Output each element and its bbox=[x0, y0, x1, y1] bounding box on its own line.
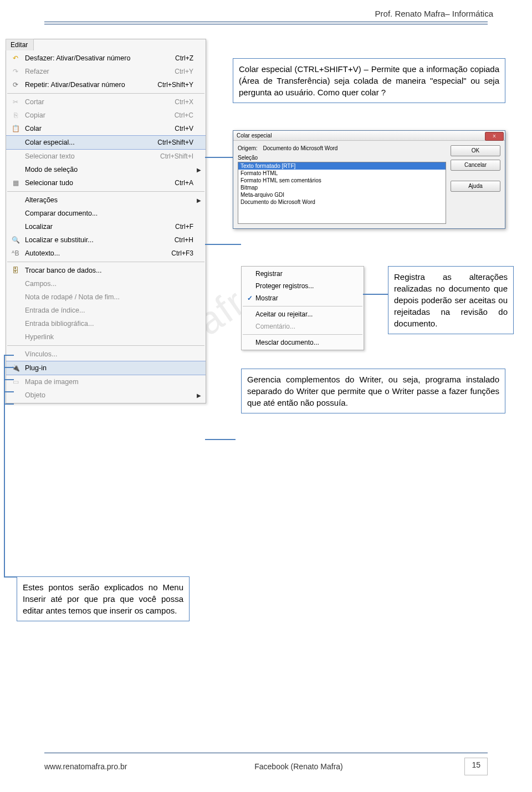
menu-label: Localizar e substituir... bbox=[22, 236, 138, 244]
menu-title[interactable]: Editar bbox=[6, 39, 34, 50]
menu-shortcut: Ctrl+X bbox=[138, 98, 196, 106]
menu-label: Selecionar texto bbox=[22, 152, 138, 160]
submenu-item[interactable]: Registrar bbox=[242, 268, 364, 280]
connector bbox=[4, 355, 5, 576]
menu-label: Colar bbox=[22, 125, 138, 132]
connector bbox=[4, 403, 14, 405]
menu-icon: ↷ bbox=[9, 67, 22, 76]
menu-icon: ✂ bbox=[9, 97, 22, 107]
menu-label: Localizar bbox=[22, 223, 138, 231]
menu-label: Entrada bibliográfica... bbox=[22, 320, 138, 328]
edit-menu-panel: Editar ↶Desfazer: Ativar/Desativar númer… bbox=[6, 39, 206, 403]
submenu-item[interactable]: Aceitar ou rejeitar... bbox=[242, 308, 364, 320]
menu-item[interactable]: Comparar documento... bbox=[6, 207, 206, 220]
submenu-separator bbox=[243, 306, 362, 306]
menu-item[interactable]: 🔍Localizar e substituir...Ctrl+H bbox=[6, 233, 206, 247]
menu-item[interactable]: ᴬBAutotexto...Ctrl+F3 bbox=[6, 247, 206, 260]
submenu-label: Mostrar bbox=[255, 294, 361, 302]
callout-plugin: Gerencia complementos do Writer, ou seja… bbox=[241, 369, 505, 413]
menu-shortcut: Ctrl+Shift+Y bbox=[138, 81, 196, 89]
menu-label: Cortar bbox=[22, 98, 138, 106]
footer-left: www.renatomafra.pro.br bbox=[44, 762, 254, 771]
dialog-option[interactable]: Texto formatado [RTF] bbox=[238, 162, 446, 170]
menu-shortcut: Ctrl+V bbox=[138, 125, 196, 132]
submenu-separator bbox=[243, 334, 362, 335]
menu-item[interactable]: ▦Selecionar tudoCtrl+A bbox=[6, 176, 206, 190]
menu-icon bbox=[9, 349, 22, 359]
menu-item: Entrada de índice... bbox=[6, 304, 206, 317]
menu-label: Nota de rodapé / Nota de fim... bbox=[22, 293, 138, 301]
menu-shortcut: Ctrl+H bbox=[138, 236, 196, 244]
menu-item[interactable]: 📋ColarCtrl+V bbox=[6, 122, 206, 135]
menu-icon bbox=[9, 319, 22, 329]
connector bbox=[4, 367, 14, 368]
menu-item[interactable]: 🔌Plug-in bbox=[6, 361, 206, 375]
menu-label: Hyperlink bbox=[22, 333, 138, 341]
connector bbox=[4, 576, 17, 578]
menu-label: Desfazer: Ativar/Desativar número bbox=[22, 54, 138, 62]
menu-separator bbox=[7, 345, 204, 346]
menu-item[interactable]: Modo de seleção▶ bbox=[6, 163, 206, 176]
menu-label: Modo de seleção bbox=[22, 166, 138, 173]
dialog-origin-label: Origem: bbox=[238, 145, 258, 151]
dialog-option[interactable]: Meta-arquivo GDI bbox=[238, 191, 446, 198]
menu-item[interactable]: ⟳Repetir: Ativar/Desativar númeroCtrl+Sh… bbox=[6, 78, 206, 91]
callout-inserir: Estes pontos serão explicados no Menu In… bbox=[17, 576, 190, 621]
menu-shortcut: Ctrl+Z bbox=[138, 54, 196, 62]
menu-separator bbox=[7, 191, 204, 192]
menu-label: Mapa de imagem bbox=[22, 378, 138, 386]
menu-item[interactable]: LocalizarCtrl+F bbox=[6, 220, 206, 233]
menu-label: Copiar bbox=[22, 111, 138, 119]
menu-item: Campos... bbox=[6, 277, 206, 290]
dialog-listbox[interactable]: Texto formatado [RTF]Formato HTMLFormato… bbox=[238, 162, 446, 224]
dialog-colar-especial: Colar especial X Origem: Documento do Mi… bbox=[233, 130, 505, 229]
menu-label: Comparar documento... bbox=[22, 210, 138, 217]
menu-separator bbox=[7, 93, 204, 94]
submenu-label: Aceitar ou rejeitar... bbox=[255, 310, 361, 318]
menu-label: Alterações bbox=[22, 196, 138, 204]
menu-label: Selecionar tudo bbox=[22, 179, 138, 187]
menu-icon: ▭ bbox=[9, 377, 22, 387]
menu-label: Repetir: Ativar/Desativar número bbox=[22, 81, 138, 89]
menu-label: Autotexto... bbox=[22, 249, 138, 257]
menu-icon bbox=[9, 292, 22, 302]
dialog-option[interactable]: Formato HTML sem comentários bbox=[238, 177, 446, 184]
menu-icon: 🔍 bbox=[9, 235, 22, 245]
menu-item: Entrada bibliográfica... bbox=[6, 317, 206, 330]
dialog-selection-label: Seleção bbox=[238, 155, 446, 161]
menu-shortcut: Ctrl+F3 bbox=[138, 249, 196, 257]
menu-item: ↷RefazerCtrl+Y bbox=[6, 65, 206, 78]
cancel-button[interactable]: Cancelar bbox=[451, 160, 500, 171]
menu-label: Entrada de índice... bbox=[22, 306, 138, 314]
menu-icon: 📋 bbox=[9, 124, 22, 134]
connector bbox=[205, 439, 236, 440]
menu-item: ▭Mapa de imagem bbox=[6, 375, 206, 389]
dialog-option[interactable]: Documento do Microsoft Word bbox=[238, 198, 446, 206]
menu-item[interactable]: Colar especial...Ctrl+Shift+V bbox=[6, 135, 206, 150]
menu-icon: ⟳ bbox=[9, 80, 22, 90]
menu-icon bbox=[9, 137, 22, 147]
submenu-label: Mesclar documento... bbox=[255, 339, 361, 346]
menu-icon bbox=[9, 222, 22, 232]
menu-icon bbox=[9, 305, 22, 315]
menu-item[interactable]: ↶Desfazer: Ativar/Desativar númeroCtrl+Z bbox=[6, 52, 206, 65]
footer-center: Facebook (Renato Mafra) bbox=[254, 762, 464, 771]
menu-label: Refazer bbox=[22, 68, 138, 75]
submenu-item[interactable]: ✓Mostrar bbox=[242, 292, 364, 304]
dialog-option[interactable]: Formato HTML bbox=[238, 170, 446, 177]
ok-button[interactable]: OK bbox=[451, 145, 500, 156]
menu-item: Nota de rodapé / Nota de fim... bbox=[6, 290, 206, 304]
help-button[interactable]: Ajuda bbox=[451, 181, 500, 192]
menu-item: ✂CortarCtrl+X bbox=[6, 95, 206, 109]
menu-item: Selecionar textoCtrl+Shift+I bbox=[6, 150, 206, 163]
menu-item[interactable]: 🗄Trocar banco de dados... bbox=[6, 264, 206, 277]
connector bbox=[205, 157, 233, 158]
menu-item[interactable]: Alterações▶ bbox=[6, 193, 206, 207]
submenu-item[interactable]: Mesclar documento... bbox=[242, 336, 364, 349]
close-icon[interactable]: X bbox=[485, 132, 504, 141]
submenu-item[interactable]: Proteger registros... bbox=[242, 280, 364, 292]
menu-icon: 🔌 bbox=[9, 363, 22, 373]
connector bbox=[4, 379, 14, 380]
callout-registra: Registra as alterações realizadas no doc… bbox=[388, 266, 514, 334]
dialog-option[interactable]: Bitmap bbox=[238, 184, 446, 191]
